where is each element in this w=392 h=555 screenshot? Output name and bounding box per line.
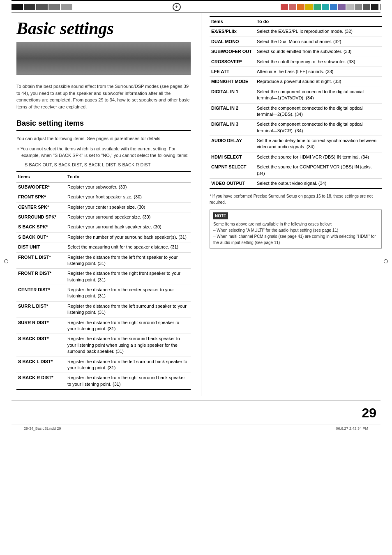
table-cell-item: S BACK DIST* bbox=[16, 334, 66, 357]
table-row: DIST UNITSelect the measuring unit for t… bbox=[16, 242, 191, 252]
page: ✛ Basic settings bbox=[0, 0, 392, 555]
table-cell-todo: Register the distance from the right sur… bbox=[66, 373, 191, 389]
table-row: AUDIO DELAYSet the audio delay time to c… bbox=[210, 136, 382, 152]
table-row: CROSSOVER*Select the cutoff frequency to… bbox=[210, 57, 382, 67]
right-col-todo-header: To do bbox=[255, 16, 382, 27]
deco-block-2 bbox=[24, 4, 35, 10]
table-cell-todo: Select the output video signal. (34) bbox=[255, 179, 382, 189]
table-row: MIDNIGHT MODEReproduce a powerful sound … bbox=[210, 77, 382, 87]
table-row: CMPNT SELECTSelect the source for COMPON… bbox=[210, 162, 382, 179]
left-column: Basic settings To obtain the best possib… bbox=[0, 13, 201, 396]
table-row: DUAL MONOSelect the Dual Mono sound chan… bbox=[210, 37, 382, 46]
deco-color-5 bbox=[314, 4, 321, 10]
table-cell-todo: Register the distance from the surround … bbox=[66, 334, 191, 357]
bullet-note: You cannot select the items which is not… bbox=[16, 145, 191, 159]
table-cell-item: HDMI SELECT bbox=[210, 152, 255, 162]
compass-icon: ✛ bbox=[173, 3, 181, 11]
table-cell-todo: Select the measuring unit for the speake… bbox=[66, 242, 191, 252]
table-cell-todo: Select the component connected to the di… bbox=[255, 87, 382, 103]
deco-block-3 bbox=[36, 4, 48, 10]
table-cell-item: DIGITAL IN 3 bbox=[210, 120, 255, 136]
table-row: DIGITAL IN 2Select the component connect… bbox=[210, 103, 382, 120]
right-settings-table: Items To do EX/ES/PLIIxSelect the EX/ES/… bbox=[210, 16, 382, 189]
table-row: HDMI SELECTSelect the source for HDMI VC… bbox=[210, 152, 382, 162]
deco-color-4 bbox=[305, 4, 313, 10]
table-cell-todo: Register the number of your surround bac… bbox=[66, 232, 191, 242]
footnote: * If you have performed Precise Surround… bbox=[210, 193, 382, 205]
file-date: 06.6.27 2:42:34 PM bbox=[336, 426, 368, 431]
deco-color-6 bbox=[322, 4, 329, 10]
table-cell-todo: Attenuate the bass (LFE) sounds. (33) bbox=[255, 67, 382, 76]
table-row: CENTER SPK*Register your center speaker … bbox=[16, 202, 191, 212]
table-cell-todo: Select sounds emitted from the subwoofer… bbox=[255, 47, 382, 57]
right-col-items-header: Items bbox=[210, 16, 255, 27]
table-row: SURR L DIST*Register the distance from t… bbox=[16, 301, 191, 318]
table-cell-todo: Register the distance from the left fron… bbox=[66, 252, 191, 269]
table-row: FRONT L DIST*Register the distance from … bbox=[16, 252, 191, 269]
gutter-mark-right bbox=[384, 259, 388, 263]
table-row: DIGITAL IN 3Select the component connect… bbox=[210, 120, 382, 136]
table-cell-todo: Register the distance from the right sur… bbox=[66, 318, 191, 334]
section-description: You can adjust the following items. See … bbox=[16, 135, 191, 142]
table-cell-item: S BACK OUT* bbox=[16, 232, 66, 242]
deco-block-1 bbox=[12, 4, 23, 10]
table-cell-item: DIGITAL IN 2 bbox=[210, 103, 255, 120]
file-name: 29-34_BasicSt.indd 29 bbox=[24, 426, 61, 431]
deco-color-12 bbox=[371, 4, 378, 10]
table-row: DIGITAL IN 1Select the component connect… bbox=[210, 87, 382, 103]
table-cell-todo: Select the Dual Mono sound channel. (32) bbox=[255, 37, 382, 46]
table-cell-item: DIST UNIT bbox=[16, 242, 66, 252]
table-cell-todo: Select the source for HDMI VCR (DBS) IN … bbox=[255, 152, 382, 162]
table-row: S BACK SPK*Register your surround back s… bbox=[16, 222, 191, 232]
table-cell-todo: Register your front speaker size. (30) bbox=[66, 192, 191, 202]
section-title: Basic setting items bbox=[16, 118, 191, 131]
table-cell-todo: Register your surround speaker size. (30… bbox=[66, 212, 191, 222]
right-column: Items To do EX/ES/PLIIxSelect the EX/ES/… bbox=[201, 13, 392, 396]
table-row: FRONT R DIST*Register the distance from … bbox=[16, 269, 191, 285]
table-cell-item: CENTER DIST* bbox=[16, 285, 66, 302]
main-content: Basic settings To obtain the best possib… bbox=[0, 13, 392, 396]
deco-block-4 bbox=[48, 4, 60, 10]
table-cell-item: SURROUND SPK* bbox=[16, 212, 66, 222]
deco-color-7 bbox=[330, 4, 337, 10]
table-cell-item: VIDEO OUTPUT bbox=[210, 179, 255, 189]
title-image bbox=[16, 42, 191, 75]
table-cell-item: FRONT SPK* bbox=[16, 192, 66, 202]
table-row: CENTER DIST*Register the distance from t… bbox=[16, 285, 191, 302]
deco-color-3 bbox=[297, 4, 304, 10]
table-cell-item: SUBWOOFER OUT bbox=[210, 47, 255, 57]
note-box: NOTE Some items above are not available … bbox=[210, 210, 382, 249]
table-cell-item: CMPNT SELECT bbox=[210, 162, 255, 179]
table-cell-item: SUBWOOFER* bbox=[16, 182, 66, 192]
intro-text: To obtain the best possible sound effect… bbox=[16, 83, 191, 110]
table-cell-todo: Select the source for COMPONENT VCR (DBS… bbox=[255, 162, 382, 179]
page-title: Basic settings bbox=[16, 19, 191, 38]
deco-block-5 bbox=[61, 4, 72, 10]
table-cell-todo: Select the EX/ES/PLIIx reproduction mode… bbox=[255, 27, 382, 37]
table-row: SURR R DIST*Register the distance from t… bbox=[16, 318, 191, 334]
table-cell-item: FRONT L DIST* bbox=[16, 252, 66, 269]
table-cell-item: S BACK R DIST* bbox=[16, 373, 66, 389]
note-line: – When selecting "A MULTI" for the audio… bbox=[213, 227, 378, 233]
table-cell-item: S BACK L DIST* bbox=[16, 357, 66, 373]
table-row: SUBWOOFER OUTSelect sounds emitted from … bbox=[210, 47, 382, 57]
table-cell-todo: Register your center speaker size. (30) bbox=[66, 202, 191, 212]
table-cell-todo: Select the component connected to the di… bbox=[255, 103, 382, 120]
table-row: S BACK OUT*Register the number of your s… bbox=[16, 232, 191, 242]
table-cell-todo: Select the cutoff frequency to the subwo… bbox=[255, 57, 382, 67]
table-cell-item: MIDNIGHT MODE bbox=[210, 77, 255, 87]
table-cell-todo: Register your surround back speaker size… bbox=[66, 222, 191, 232]
table-row: FRONT SPK*Register your front speaker si… bbox=[16, 192, 191, 202]
deco-color-10 bbox=[355, 4, 362, 10]
table-cell-item: CENTER SPK* bbox=[16, 202, 66, 212]
table-cell-item: CROSSOVER* bbox=[210, 57, 255, 67]
table-cell-item: AUDIO DELAY bbox=[210, 136, 255, 152]
table-cell-item: SURR L DIST* bbox=[16, 301, 66, 318]
deco-color-8 bbox=[338, 4, 346, 10]
table-cell-item: EX/ES/PLIIx bbox=[210, 27, 255, 37]
page-number: 29 bbox=[362, 404, 376, 422]
note-line: Some items above are not available in th… bbox=[213, 221, 378, 227]
table-cell-item: DUAL MONO bbox=[210, 37, 255, 46]
table-row: S BACK L DIST*Register the distance from… bbox=[16, 357, 191, 373]
left-settings-table: Items To do SUBWOOFER*Register your subw… bbox=[16, 171, 191, 390]
